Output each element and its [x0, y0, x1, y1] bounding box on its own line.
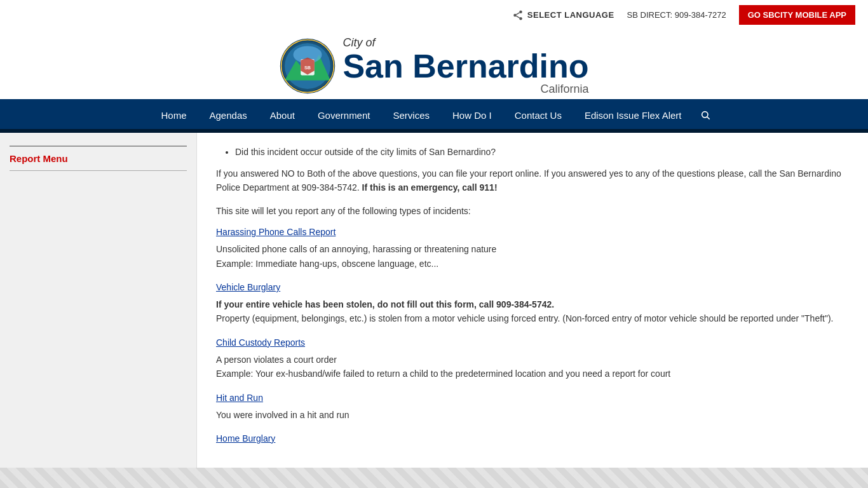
main-navigation: Home Agendas About Government Services H… — [0, 101, 868, 129]
child-custody-line1: A person violates a court order — [216, 355, 337, 365]
nav-contact-us[interactable]: Contact Us — [503, 101, 573, 129]
eligibility-list: Did this incident occur outside of the c… — [235, 146, 849, 159]
child-custody-link[interactable]: Child Custody Reports — [216, 337, 849, 348]
sidebar-divider-top — [10, 146, 187, 147]
mobile-app-button[interactable]: GO SBCity Mobile App — [739, 5, 855, 25]
nav-services[interactable]: Services — [381, 101, 441, 129]
nav-home[interactable]: Home — [150, 101, 198, 129]
harassing-desc-line2: Example: Immediate hang-ups, obscene lan… — [216, 259, 438, 269]
svg-line-3 — [516, 16, 519, 18]
home-burglary-link[interactable]: Home Burglary — [216, 433, 849, 444]
svg-line-4 — [516, 12, 519, 14]
main-layout: Report Menu Did this incident occur outs… — [0, 133, 868, 468]
site-header: SB City of San Bernardino California — [0, 30, 868, 101]
sidebar-report-menu-link[interactable]: Report Menu — [10, 153, 68, 164]
search-icon — [700, 110, 710, 120]
header-logo-area: SB City of San Bernardino California — [279, 36, 588, 96]
eligibility-item-1: Did this incident occur outside of the c… — [235, 146, 849, 159]
svg-point-1 — [513, 13, 517, 17]
no-answer-para: If you answered NO to Both of the above … — [216, 166, 849, 195]
svg-text:SB: SB — [304, 65, 311, 71]
share-icon — [512, 10, 524, 21]
nav-how-do-i[interactable]: How Do I — [441, 101, 503, 129]
svg-point-2 — [519, 17, 522, 20]
incident-vehicle-burglary: Vehicle Burglary If your entire vehicle … — [216, 282, 849, 326]
nav-agendas[interactable]: Agendas — [198, 101, 259, 129]
child-custody-desc: A person violates a court order Example:… — [216, 353, 849, 381]
hit-and-run-link[interactable]: Hit and Run — [216, 393, 849, 403]
nav-government[interactable]: Government — [306, 101, 382, 129]
incident-hit-and-run: Hit and Run You were involved in a hit a… — [216, 393, 849, 422]
select-language-label: SELECT LANGUAGE — [527, 10, 614, 20]
svg-line-15 — [707, 117, 710, 119]
incident-harassing-phone-calls: Harassing Phone Calls Report Unsolicited… — [216, 227, 849, 271]
vehicle-burglary-link[interactable]: Vehicle Burglary — [216, 282, 849, 292]
city-seal-logo: SB — [279, 37, 336, 95]
nav-edison[interactable]: Edison Issue Flex Alert — [573, 101, 693, 129]
child-custody-line2: Example: Your ex-husband/wife failed to … — [216, 369, 670, 379]
incident-home-burglary: Home Burglary — [216, 433, 849, 444]
sidebar-divider-bottom — [10, 170, 187, 171]
select-language-button[interactable]: SELECT LANGUAGE — [512, 10, 614, 21]
vehicle-burglary-line1: Property (equipment, belongings, etc.) i… — [216, 313, 833, 323]
incident-child-custody: Child Custody Reports A person violates … — [216, 337, 849, 381]
nav-about[interactable]: About — [259, 101, 306, 129]
city-name-area: City of San Bernardino California — [342, 36, 588, 96]
top-bar: SELECT LANGUAGE SB DIRECT: 909-384-7272 … — [0, 0, 868, 30]
main-content: Did this incident occur outside of the c… — [197, 133, 868, 468]
intro-para: This site will let you report any of the… — [216, 204, 849, 218]
hit-and-run-line1: You were involved in a hit and run — [216, 410, 349, 420]
no-answer-text: If you answered NO to Both of the above … — [216, 168, 841, 193]
hit-and-run-desc: You were involved in a hit and run — [216, 408, 849, 422]
sidebar: Report Menu — [0, 133, 197, 468]
vehicle-burglary-bold: If your entire vehicle has been stolen, … — [216, 299, 554, 309]
sb-direct-text: SB DIRECT: 909-384-7272 — [627, 10, 726, 20]
harassing-phone-calls-desc: Unsolicited phone calls of an annoying, … — [216, 242, 849, 271]
harassing-phone-calls-link[interactable]: Harassing Phone Calls Report — [216, 227, 849, 237]
vehicle-burglary-desc: If your entire vehicle has been stolen, … — [216, 297, 849, 326]
svg-point-0 — [519, 10, 522, 13]
harassing-desc-line1: Unsolicited phone calls of an annoying, … — [216, 244, 496, 254]
nav-search-button[interactable] — [693, 101, 718, 129]
city-state-label: California — [342, 83, 588, 96]
city-name-label: San Bernardino — [342, 50, 588, 83]
svg-point-14 — [702, 112, 708, 118]
emergency-text: If this is an emergency, call 911! — [362, 182, 498, 193]
